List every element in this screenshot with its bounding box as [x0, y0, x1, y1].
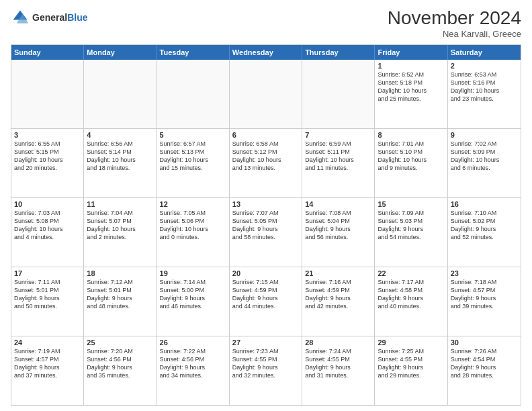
calendar-header: Sunday Monday Tuesday Wednesday Thursday…	[11, 45, 521, 60]
logo-text: GeneralBlue	[32, 12, 87, 24]
day-info: Sunrise: 7:09 AM Sunset: 5:03 PM Dayligh…	[378, 209, 444, 242]
day-number: 20	[232, 269, 299, 277]
calendar-row-1: 3Sunrise: 6:55 AM Sunset: 5:15 PM Daylig…	[11, 129, 521, 198]
calendar-cell: 1Sunrise: 6:52 AM Sunset: 5:18 PM Daylig…	[375, 60, 447, 128]
day-info: Sunrise: 7:17 AM Sunset: 4:58 PM Dayligh…	[378, 278, 444, 311]
calendar-cell: 23Sunrise: 7:18 AM Sunset: 4:57 PM Dayli…	[448, 267, 521, 336]
header-tuesday: Tuesday	[157, 45, 230, 60]
day-number: 6	[232, 131, 299, 139]
calendar-cell: 28Sunrise: 7:24 AM Sunset: 4:55 PM Dayli…	[302, 336, 375, 405]
day-info: Sunrise: 7:14 AM Sunset: 5:00 PM Dayligh…	[160, 278, 226, 311]
day-number: 16	[451, 200, 518, 208]
page: GeneralBlue November 2024 Nea Karvali, G…	[0, 0, 532, 411]
day-info: Sunrise: 7:03 AM Sunset: 5:08 PM Dayligh…	[14, 209, 81, 242]
day-info: Sunrise: 7:24 AM Sunset: 4:55 PM Dayligh…	[305, 347, 371, 380]
day-info: Sunrise: 6:57 AM Sunset: 5:13 PM Dayligh…	[160, 140, 226, 173]
calendar-cell: 15Sunrise: 7:09 AM Sunset: 5:03 PM Dayli…	[375, 198, 447, 267]
day-number: 29	[378, 338, 444, 347]
calendar-row-4: 24Sunrise: 7:19 AM Sunset: 4:57 PM Dayli…	[11, 336, 521, 405]
calendar: Sunday Monday Tuesday Wednesday Thursday…	[11, 44, 521, 406]
title-block: November 2024 Nea Karvali, Greece	[388, 8, 521, 39]
day-number: 18	[87, 269, 153, 277]
day-info: Sunrise: 7:02 AM Sunset: 5:09 PM Dayligh…	[451, 140, 518, 173]
calendar-cell: 2Sunrise: 6:53 AM Sunset: 5:16 PM Daylig…	[448, 60, 521, 128]
day-number: 10	[14, 200, 81, 208]
day-number: 1	[378, 62, 444, 70]
calendar-row-0: 1Sunrise: 6:52 AM Sunset: 5:18 PM Daylig…	[11, 60, 521, 129]
calendar-cell	[84, 60, 157, 128]
header-friday: Friday	[375, 45, 447, 60]
day-number: 4	[87, 131, 153, 139]
calendar-cell: 10Sunrise: 7:03 AM Sunset: 5:08 PM Dayli…	[11, 198, 84, 267]
calendar-cell: 29Sunrise: 7:25 AM Sunset: 4:55 PM Dayli…	[375, 336, 447, 405]
day-info: Sunrise: 7:16 AM Sunset: 4:59 PM Dayligh…	[305, 278, 371, 311]
calendar-cell	[157, 60, 230, 128]
day-number: 30	[451, 338, 518, 347]
day-number: 14	[305, 200, 371, 208]
calendar-cell: 4Sunrise: 6:56 AM Sunset: 5:14 PM Daylig…	[84, 129, 157, 197]
day-info: Sunrise: 6:52 AM Sunset: 5:18 PM Dayligh…	[378, 71, 444, 103]
day-info: Sunrise: 6:58 AM Sunset: 5:12 PM Dayligh…	[232, 140, 299, 173]
calendar-row-3: 17Sunrise: 7:11 AM Sunset: 5:01 PM Dayli…	[11, 267, 521, 336]
header-monday: Monday	[84, 45, 157, 60]
day-number: 17	[14, 269, 81, 277]
day-number: 3	[14, 131, 81, 139]
day-number: 2	[451, 62, 518, 70]
day-number: 25	[87, 338, 153, 347]
header: GeneralBlue November 2024 Nea Karvali, G…	[11, 8, 521, 39]
day-number: 9	[451, 131, 518, 139]
calendar-cell: 18Sunrise: 7:12 AM Sunset: 5:01 PM Dayli…	[84, 267, 157, 336]
calendar-cell	[230, 60, 302, 128]
day-number: 19	[160, 269, 226, 277]
day-info: Sunrise: 7:05 AM Sunset: 5:06 PM Dayligh…	[160, 209, 226, 242]
day-info: Sunrise: 7:01 AM Sunset: 5:10 PM Dayligh…	[378, 140, 444, 173]
header-sunday: Sunday	[11, 45, 84, 60]
day-number: 23	[451, 269, 518, 277]
calendar-cell: 19Sunrise: 7:14 AM Sunset: 5:00 PM Dayli…	[157, 267, 230, 336]
day-number: 8	[378, 131, 444, 139]
day-number: 26	[160, 338, 226, 347]
day-info: Sunrise: 7:22 AM Sunset: 4:56 PM Dayligh…	[160, 347, 226, 380]
day-info: Sunrise: 7:15 AM Sunset: 4:59 PM Dayligh…	[232, 278, 299, 311]
day-info: Sunrise: 7:18 AM Sunset: 4:57 PM Dayligh…	[451, 278, 518, 311]
calendar-cell: 20Sunrise: 7:15 AM Sunset: 4:59 PM Dayli…	[230, 267, 302, 336]
calendar-cell	[302, 60, 375, 128]
calendar-cell: 24Sunrise: 7:19 AM Sunset: 4:57 PM Dayli…	[11, 336, 84, 405]
month-title: November 2024	[388, 8, 521, 29]
day-number: 24	[14, 338, 81, 347]
calendar-cell: 12Sunrise: 7:05 AM Sunset: 5:06 PM Dayli…	[157, 198, 230, 267]
header-wednesday: Wednesday	[230, 45, 302, 60]
calendar-cell: 11Sunrise: 7:04 AM Sunset: 5:07 PM Dayli…	[84, 198, 157, 267]
calendar-cell: 26Sunrise: 7:22 AM Sunset: 4:56 PM Dayli…	[157, 336, 230, 405]
calendar-cell: 3Sunrise: 6:55 AM Sunset: 5:15 PM Daylig…	[11, 129, 84, 197]
day-number: 21	[305, 269, 371, 277]
day-info: Sunrise: 7:19 AM Sunset: 4:57 PM Dayligh…	[14, 347, 81, 380]
calendar-cell: 5Sunrise: 6:57 AM Sunset: 5:13 PM Daylig…	[157, 129, 230, 197]
day-info: Sunrise: 7:25 AM Sunset: 4:55 PM Dayligh…	[378, 347, 444, 380]
day-info: Sunrise: 7:10 AM Sunset: 5:02 PM Dayligh…	[451, 209, 518, 242]
calendar-cell: 25Sunrise: 7:20 AM Sunset: 4:56 PM Dayli…	[84, 336, 157, 405]
calendar-cell: 13Sunrise: 7:07 AM Sunset: 5:05 PM Dayli…	[230, 198, 302, 267]
day-info: Sunrise: 7:12 AM Sunset: 5:01 PM Dayligh…	[87, 278, 153, 311]
day-number: 7	[305, 131, 371, 139]
calendar-cell: 21Sunrise: 7:16 AM Sunset: 4:59 PM Dayli…	[302, 267, 375, 336]
logo-icon	[11, 8, 30, 27]
day-info: Sunrise: 7:07 AM Sunset: 5:05 PM Dayligh…	[232, 209, 299, 242]
day-info: Sunrise: 6:55 AM Sunset: 5:15 PM Dayligh…	[14, 140, 81, 173]
calendar-cell: 6Sunrise: 6:58 AM Sunset: 5:12 PM Daylig…	[230, 129, 302, 197]
calendar-cell: 22Sunrise: 7:17 AM Sunset: 4:58 PM Dayli…	[375, 267, 447, 336]
day-number: 22	[378, 269, 444, 277]
day-info: Sunrise: 6:59 AM Sunset: 5:11 PM Dayligh…	[305, 140, 371, 173]
day-info: Sunrise: 7:11 AM Sunset: 5:01 PM Dayligh…	[14, 278, 81, 311]
day-number: 13	[232, 200, 299, 208]
day-number: 11	[87, 200, 153, 208]
day-number: 12	[160, 200, 226, 208]
day-info: Sunrise: 7:26 AM Sunset: 4:54 PM Dayligh…	[451, 347, 518, 380]
calendar-cell: 9Sunrise: 7:02 AM Sunset: 5:09 PM Daylig…	[448, 129, 521, 197]
calendar-cell: 16Sunrise: 7:10 AM Sunset: 5:02 PM Dayli…	[448, 198, 521, 267]
day-info: Sunrise: 7:04 AM Sunset: 5:07 PM Dayligh…	[87, 209, 153, 242]
location: Nea Karvali, Greece	[388, 29, 521, 39]
day-number: 5	[160, 131, 226, 139]
logo: GeneralBlue	[11, 8, 87, 27]
header-saturday: Saturday	[448, 45, 521, 60]
